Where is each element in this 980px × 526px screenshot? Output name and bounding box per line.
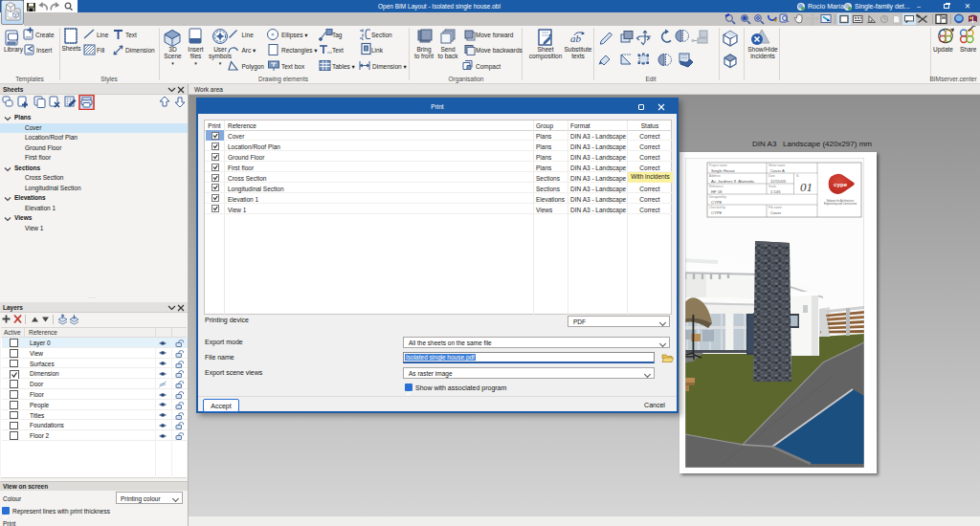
svg-text:HF 18: HF 18 bbox=[711, 189, 723, 194]
svg-text:Address: Address bbox=[709, 174, 721, 178]
svg-text:CYPE: CYPE bbox=[711, 210, 723, 215]
svg-text:ab: ab bbox=[570, 33, 582, 44]
svg-text:cype: cype bbox=[834, 181, 848, 187]
svg-text:Reference: Reference bbox=[709, 185, 724, 188]
svg-text:01: 01 bbox=[800, 180, 813, 194]
svg-text:1:145: 1:145 bbox=[770, 189, 781, 194]
svg-text:Date: Date bbox=[768, 174, 775, 178]
svg-text:Engineering and Construction: Engineering and Construction bbox=[824, 202, 858, 206]
svg-text:12/11/05: 12/11/05 bbox=[770, 179, 787, 184]
svg-text:Cover: Cover bbox=[770, 210, 782, 215]
svg-text:Single House: Single House bbox=[711, 168, 736, 173]
svg-text:CYPE: CYPE bbox=[711, 200, 723, 205]
svg-text:File name: File name bbox=[768, 206, 782, 209]
svg-text:Checked by: Checked by bbox=[709, 206, 725, 209]
svg-text:Sheet name: Sheet name bbox=[768, 164, 785, 167]
svg-text:Scale: Scale bbox=[768, 185, 776, 188]
svg-text:Cover A: Cover A bbox=[770, 168, 785, 173]
svg-text:Av. Jardines 8. Alameda: Av. Jardines 8. Alameda bbox=[711, 179, 754, 184]
svg-text:Designed by: Designed by bbox=[709, 195, 726, 199]
svg-text:N.: N. bbox=[796, 174, 799, 178]
svg-text:Project name: Project name bbox=[709, 164, 727, 167]
